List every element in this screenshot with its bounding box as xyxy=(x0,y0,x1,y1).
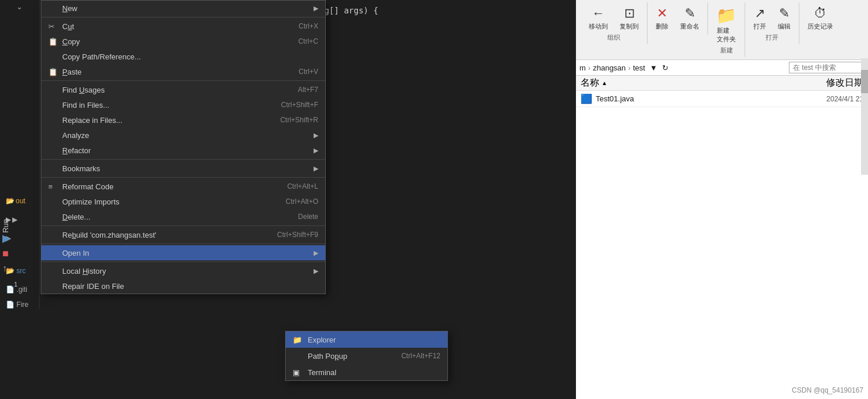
menu-label-refactor: Refactor xyxy=(62,146,310,155)
menu-label-cut: Cut xyxy=(62,22,287,31)
submenu-open-in: 📁 Explorer Path Popup Ctrl+Alt+F12 ▣ Ter… xyxy=(285,331,448,381)
separator-2 xyxy=(41,80,325,81)
toolbar-new-folder-btn[interactable]: 📁 新建 文件夹 xyxy=(712,5,741,45)
path-part-m: m xyxy=(579,63,586,72)
menu-item-refactor[interactable]: Refactor ▶ xyxy=(41,143,325,158)
menu-label-reformat: Reformat Code xyxy=(62,182,276,191)
run-play-icon[interactable]: ▶ xyxy=(2,232,10,245)
menu-label-local-history: Local History xyxy=(62,267,310,276)
file-tree-sidebar: ⌄ 📂 out ▶ ▶ ▶ 📂 src 📄 .giti 📄 Fire Run ▶… xyxy=(0,0,40,309)
sidebar-item-fire[interactable]: 📄 Fire xyxy=(6,301,29,309)
menu-item-analyze[interactable]: Analyze ▶ xyxy=(41,128,325,143)
explorer-search-input[interactable] xyxy=(789,62,865,73)
toolbar-rename-btn[interactable]: ✎ 重命名 xyxy=(675,5,704,32)
paste-shortcut: Ctrl+V xyxy=(298,68,318,76)
menu-label-rebuild: Rebuild 'com.zhangsan.test' xyxy=(62,231,265,239)
move-to-label: 移动到 xyxy=(589,22,608,31)
submenu-item-explorer[interactable]: 📁 Explorer xyxy=(286,331,447,348)
toolbar-edit-btn[interactable]: ✎ 编辑 xyxy=(773,5,795,32)
menu-label-delete: Delete... xyxy=(62,213,286,221)
rebuild-shortcut: Ctrl+Shift+F9 xyxy=(277,231,318,239)
new-folder-label: 新建 文件夹 xyxy=(717,26,736,44)
new-arrow-icon: ▶ xyxy=(314,5,318,12)
menu-item-rebuild[interactable]: Rebuild 'com.zhangsan.test' Ctrl+Shift+F… xyxy=(41,227,325,242)
menu-label-paste: Paste xyxy=(62,68,287,76)
move-to-icon: ← xyxy=(592,6,605,21)
explorer-addressbar: m › zhangsan › test ▼ ↻ xyxy=(576,60,868,76)
column-header-row: 名称 ▲ 修改日期 xyxy=(576,76,868,91)
menu-item-copy-path[interactable]: Copy Path/Reference... xyxy=(41,49,325,64)
menu-label-open-in: Open In xyxy=(62,249,310,257)
submenu-label-explorer: Explorer xyxy=(308,336,440,344)
submenu-item-path-popup[interactable]: Path Popup Ctrl+Alt+F12 xyxy=(286,348,447,364)
menu-item-delete[interactable]: Delete... Delete xyxy=(41,209,325,224)
vertical-scrollbar[interactable] xyxy=(861,58,868,175)
menu-item-find-usages[interactable]: Find Usages Alt+F7 xyxy=(41,82,325,97)
sidebar-label-out: out xyxy=(16,197,26,205)
history-toolbar-icon: ⏱ xyxy=(814,6,827,21)
menu-item-reformat[interactable]: ≡ Reformat Code Ctrl+Alt+L xyxy=(41,179,325,194)
name-sort-icon: ▲ xyxy=(602,80,607,86)
menu-label-replace-files: Replace in Files... xyxy=(62,116,269,125)
java-file-icon: 🟦 xyxy=(581,93,592,104)
menu-label-analyze: Analyze xyxy=(62,131,310,140)
file-row-test01[interactable]: 🟦 Test01.java 2024/4/1 21 xyxy=(576,91,868,107)
name-column-header[interactable]: 名称 ▲ xyxy=(581,77,782,89)
sidebar-item-src[interactable]: 📂 src xyxy=(6,267,26,275)
menu-label-copy-path: Copy Path/Reference... xyxy=(62,52,318,61)
toolbar-copy-to-btn[interactable]: ⊡ 复制到 xyxy=(615,5,643,32)
sidebar-item-out[interactable]: 📂 out xyxy=(6,197,26,205)
menu-item-open-in[interactable]: Open In ▶ xyxy=(41,245,325,260)
path-popup-shortcut: Ctrl+Alt+F12 xyxy=(401,352,440,360)
paste-icon: 📋 xyxy=(48,68,59,76)
name-header-label: 名称 xyxy=(581,77,599,89)
path-refresh-icon[interactable]: ↻ xyxy=(662,63,668,72)
edit-label: 编辑 xyxy=(778,22,791,31)
explorer-icon: 📁 xyxy=(293,336,304,344)
toolbar-open-section: ↗ 打开 ✎ 编辑 打开 xyxy=(745,2,799,44)
run-stop-icon[interactable]: ■ xyxy=(2,248,9,260)
toolbar-history-btn[interactable]: ⏱ 历史记录 xyxy=(803,5,838,32)
scrollbar-thumb[interactable] xyxy=(861,70,868,93)
separator-6 xyxy=(41,243,325,244)
menu-item-replace-files[interactable]: Replace in Files... Ctrl+Shift+R xyxy=(41,112,325,128)
menu-label-bookmarks: Bookmarks xyxy=(62,164,310,173)
menu-item-cut[interactable]: ✂ Cut Ctrl+X xyxy=(41,19,325,34)
toolbar-delete-btn[interactable]: ✕ 删除 xyxy=(651,5,673,32)
replace-files-shortcut: Ctrl+Shift+R xyxy=(280,116,318,124)
delete-toolbar-label: 删除 xyxy=(656,22,668,31)
menu-item-repair-ide[interactable]: Repair IDE on File xyxy=(41,278,325,294)
new-folder-section-label: 新建 xyxy=(712,46,741,55)
path-dropdown-icon[interactable]: ▼ xyxy=(650,63,657,72)
explorer-file-list: 名称 ▲ 修改日期 🟦 Test01.java 2024/4/1 21 xyxy=(576,76,868,399)
folder-open-icon: 📂 xyxy=(6,197,15,205)
submenu-label-terminal: Terminal xyxy=(308,368,440,377)
menu-item-copy[interactable]: 📋 Copy Ctrl+C xyxy=(41,34,325,49)
menu-item-find-files[interactable]: Find in Files... Ctrl+Shift+F xyxy=(41,97,325,112)
menu-item-optimize[interactable]: Optimize Imports Ctrl+Alt+O xyxy=(41,194,325,209)
reformat-icon: ≡ xyxy=(48,182,59,191)
copy-to-label: 复制到 xyxy=(620,22,639,31)
reformat-shortcut: Ctrl+Alt+L xyxy=(287,182,318,190)
new-folder-icon: 📁 xyxy=(716,6,737,25)
copy-icon: 📋 xyxy=(48,37,59,46)
run-line-number: 1 xyxy=(14,281,17,288)
sidebar-chevron[interactable]: ⌄ xyxy=(16,2,23,11)
menu-item-new[interactable]: New ▶ xyxy=(41,1,325,16)
submenu-item-terminal[interactable]: ▣ Terminal xyxy=(286,364,447,380)
separator-7 xyxy=(41,262,325,262)
cut-icon: ✂ xyxy=(48,22,59,31)
run-arrow-up-icon[interactable]: ↑ xyxy=(2,263,7,274)
open-label: 打开 xyxy=(753,22,766,31)
toolbar-move-to-btn[interactable]: ← 移动到 xyxy=(584,5,613,32)
organize-section-label: 组织 xyxy=(584,33,643,42)
menu-item-local-history[interactable]: Local History ▶ xyxy=(41,263,325,278)
history-toolbar-label: 历史记录 xyxy=(807,22,833,31)
toolbar-open-btn[interactable]: ↗ 打开 xyxy=(749,5,771,32)
terminal-icon: ▣ xyxy=(293,368,304,377)
context-menu: New ▶ ✂ Cut Ctrl+X 📋 Copy Ctrl+C Copy Pa… xyxy=(41,0,326,294)
date-column-header[interactable]: 修改日期 xyxy=(782,77,863,89)
menu-item-paste[interactable]: 📋 Paste Ctrl+V xyxy=(41,64,325,79)
menu-item-bookmarks[interactable]: Bookmarks ▶ xyxy=(41,161,325,176)
toolbar-organize-section: ← 移动到 ⊡ 复制到 组织 xyxy=(581,2,648,44)
